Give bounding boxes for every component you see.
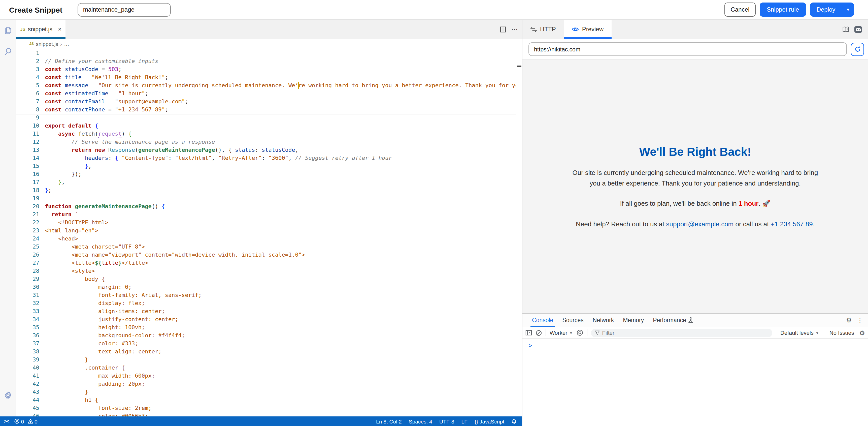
code-line[interactable]: [45, 195, 516, 203]
code-line[interactable]: max-width: 600px;: [45, 372, 516, 380]
console-context-selector[interactable]: Worker▼: [550, 330, 572, 336]
code-line[interactable]: },: [45, 162, 516, 170]
issues-counter[interactable]: No Issues: [830, 330, 854, 336]
split-editor-icon[interactable]: [500, 26, 506, 32]
code-line[interactable]: <meta name="viewport" content="width=dev…: [45, 251, 516, 259]
console-output[interactable]: >: [522, 339, 868, 426]
code-line[interactable]: const statusCode = 503;: [45, 65, 516, 74]
discord-icon[interactable]: [855, 26, 862, 32]
code-line[interactable]: color: #0056b3;: [45, 413, 516, 417]
code-line[interactable]: <!DOCTYPE html>: [45, 219, 516, 227]
code-line[interactable]: background-color: #f4f4f4;: [45, 332, 516, 340]
code-line[interactable]: font-size: 2rem;: [45, 404, 516, 413]
devtools-tab-network[interactable]: Network: [588, 314, 618, 327]
language-mode[interactable]: {} JavaScript: [474, 418, 504, 424]
code-line[interactable]: };: [45, 187, 516, 195]
code-line[interactable]: const estimatedTime = "1 hour";: [45, 90, 516, 98]
code-line[interactable]: <style>: [45, 267, 516, 275]
deploy-button[interactable]: Deploy: [810, 2, 842, 17]
docs-book-icon[interactable]: [842, 26, 849, 32]
live-expression-eye-icon[interactable]: [576, 329, 583, 336]
notifications-bell-icon[interactable]: [511, 419, 517, 424]
devtools-tab-sources[interactable]: Sources: [558, 314, 588, 327]
code-line[interactable]: h1 {: [45, 396, 516, 404]
code-line[interactable]: function generateMaintenancePage() {: [45, 203, 516, 211]
devtools-tab-performance[interactable]: Performance: [648, 314, 698, 327]
url-input[interactable]: [528, 42, 847, 56]
console-filter-input[interactable]: [602, 330, 768, 336]
tab-snippet-js[interactable]: JS snippet.js ×: [16, 20, 65, 39]
code-line[interactable]: const contactPhone = "+1 234 567 89";: [45, 106, 516, 114]
tab-preview[interactable]: Preview: [564, 20, 612, 39]
snippet-rule-button[interactable]: Snippet rule: [760, 2, 806, 17]
support-phone-link[interactable]: +1 234 567 89: [771, 220, 813, 228]
deploy-dropdown-button[interactable]: ▼: [842, 2, 854, 17]
refresh-button[interactable]: [851, 42, 864, 56]
console-sidebar-toggle-icon[interactable]: [525, 330, 532, 336]
log-levels-selector[interactable]: Default levels▼: [780, 330, 819, 336]
snippet-name-input[interactable]: [78, 3, 171, 17]
code-line[interactable]: const title = "We'll Be Right Back!";: [45, 74, 516, 82]
console-settings-gear-icon[interactable]: ⚙: [859, 329, 865, 337]
line-number: 31: [16, 291, 39, 300]
tab-http[interactable]: HTTP: [522, 20, 564, 39]
code-line[interactable]: const message = "Our site is currently u…: [45, 82, 516, 90]
code-line[interactable]: // Serve the maintenance page as a respo…: [45, 138, 516, 146]
code-line[interactable]: <meta charset="UTF-8">: [45, 243, 516, 251]
breadcrumb-more[interactable]: …: [64, 40, 69, 47]
code-line[interactable]: const contactEmail = "support@example.co…: [45, 98, 516, 106]
devtools-tab-memory[interactable]: Memory: [618, 314, 648, 327]
code-line[interactable]: font-family: Arial, sans-serif;: [45, 291, 516, 300]
code-line[interactable]: <title>${title}</title>: [45, 259, 516, 267]
code-line[interactable]: [45, 114, 516, 122]
indentation-setting[interactable]: Spaces: 4: [409, 418, 432, 424]
code-line[interactable]: });: [45, 170, 516, 178]
search-icon[interactable]: [3, 47, 13, 56]
code-line[interactable]: color: #333;: [45, 340, 516, 348]
breadcrumb-file[interactable]: snippet.js: [36, 40, 58, 47]
code-line[interactable]: },: [45, 178, 516, 187]
code-line[interactable]: align-items: center;: [45, 308, 516, 316]
devtools-settings-gear-icon[interactable]: ⚙: [846, 316, 852, 324]
clear-console-icon[interactable]: [535, 330, 542, 336]
refresh-icon: [854, 46, 861, 52]
code-line[interactable]: <head>: [45, 235, 516, 243]
code-editor[interactable]: 1234567891011121314151617181920212223242…: [16, 48, 522, 417]
cancel-button[interactable]: Cancel: [724, 2, 756, 17]
code-line[interactable]: body {: [45, 275, 516, 283]
editor-scrollbar[interactable]: [516, 48, 522, 417]
code-line[interactable]: headers: { "Content-Type": "text/html", …: [45, 154, 516, 162]
code-line[interactable]: margin: 0;: [45, 283, 516, 291]
breadcrumb[interactable]: JS snippet.js › …: [16, 39, 522, 48]
code-line[interactable]: padding: 20px;: [45, 380, 516, 388]
code-line[interactable]: height: 100vh;: [45, 324, 516, 332]
code-line[interactable]: return `: [45, 211, 516, 219]
code-line[interactable]: <html lang="en">: [45, 227, 516, 235]
problems-indicator[interactable]: 0 0: [14, 418, 37, 424]
code-line[interactable]: async fetch(request) {: [45, 130, 516, 138]
console-toolbar: Worker▼: [522, 327, 868, 339]
remote-indicator-icon[interactable]: ><: [4, 419, 9, 424]
code-line[interactable]: // Define your customizable inputs: [45, 57, 516, 65]
support-email-link[interactable]: support@example.com: [666, 220, 734, 228]
console-filter[interactable]: [591, 329, 772, 337]
devtools-menu-kebab-icon[interactable]: ⋮: [857, 317, 863, 324]
eol-setting[interactable]: LF: [461, 418, 468, 424]
console-prompt-chevron[interactable]: >: [529, 342, 532, 349]
code-line[interactable]: }: [45, 356, 516, 364]
code-line[interactable]: }: [45, 388, 516, 396]
files-icon[interactable]: [3, 25, 13, 35]
code-line[interactable]: export default {: [45, 122, 516, 130]
more-actions-icon[interactable]: ⋯: [511, 25, 518, 33]
code-line[interactable]: display: flex;: [45, 300, 516, 308]
code-line[interactable]: return new Response(generateMaintenanceP…: [45, 146, 516, 154]
devtools-tab-console[interactable]: Console: [527, 314, 558, 327]
code-line[interactable]: .container {: [45, 364, 516, 372]
settings-gear-icon[interactable]: [3, 390, 13, 400]
code-line[interactable]: justify-content: center;: [45, 316, 516, 324]
code-line[interactable]: [45, 49, 516, 57]
code-line[interactable]: text-align: center;: [45, 348, 516, 356]
cursor-position[interactable]: Ln 8, Col 2: [376, 418, 402, 424]
tab-close-icon[interactable]: ×: [58, 26, 61, 33]
encoding-setting[interactable]: UTF-8: [439, 418, 455, 424]
